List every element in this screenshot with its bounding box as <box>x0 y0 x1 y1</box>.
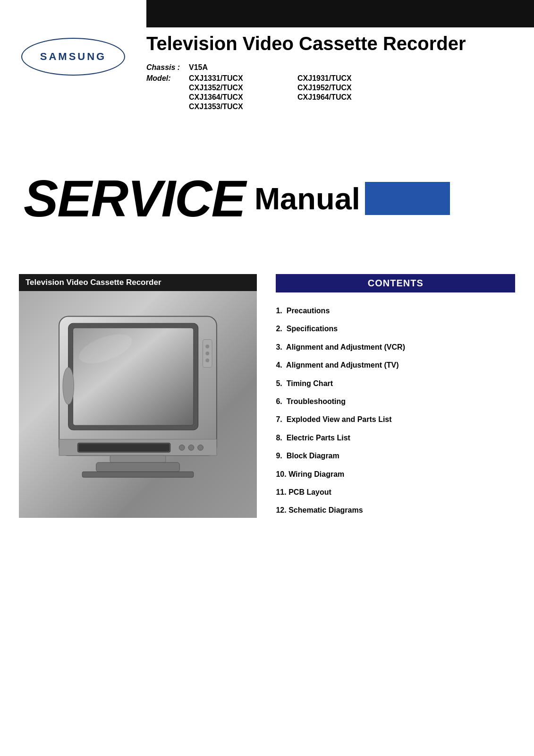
model-grid: CXJ1331/TUCX CXJ1931/TUCX CXJ1352/TUCX C… <box>189 74 401 111</box>
tv-section-header: Television Video Cassette Recorder <box>19 274 257 291</box>
model-cxj1352: CXJ1352/TUCX <box>189 84 293 92</box>
svg-point-16 <box>206 359 210 362</box>
model-cxj1364: CXJ1364/TUCX <box>189 93 293 102</box>
contents-item-5: 5. Timing Chart <box>276 375 515 393</box>
model-cxj1931: CXJ1931/TUCX <box>297 74 401 83</box>
bottom-content: Television Video Cassette Recorder <box>0 260 534 756</box>
model-cxj1353-empty <box>297 103 401 111</box>
contents-item-2: 2. Specifications <box>276 320 515 338</box>
svg-rect-11 <box>96 463 180 472</box>
svg-point-17 <box>63 367 74 404</box>
svg-point-9 <box>198 445 203 450</box>
tv-illustration <box>31 302 245 507</box>
svg-point-14 <box>206 344 210 348</box>
svg-point-8 <box>188 445 194 450</box>
main-title: Television Video Cassette Recorder <box>146 33 515 54</box>
contents-item-7: 7. Exploded View and Parts List <box>276 411 515 429</box>
svg-rect-6 <box>79 444 170 451</box>
model-cxj1353: CXJ1353/TUCX <box>189 103 293 111</box>
svg-rect-10 <box>110 455 166 463</box>
manual-text: Manual <box>254 183 360 214</box>
svg-point-15 <box>206 352 210 355</box>
manual-blue-bar <box>365 182 450 215</box>
contents-item-11: 11. PCB Layout <box>276 483 515 501</box>
model-row: Model: CXJ1331/TUCX CXJ1931/TUCX CXJ1352… <box>146 74 515 111</box>
chassis-info: Chassis : V15A <box>146 63 515 72</box>
contents-item-12: 12. Schematic Diagrams <box>276 501 515 519</box>
model-cxj1964: CXJ1964/TUCX <box>297 93 401 102</box>
svg-point-7 <box>179 445 185 450</box>
model-cxj1331: CXJ1331/TUCX <box>189 74 293 83</box>
contents-item-6: 6. Troubleshooting <box>276 393 515 411</box>
service-manual-section: SERVICE Manual <box>0 161 534 236</box>
samsung-logo: SAMSUNG <box>21 38 125 76</box>
service-text: SERVICE <box>24 172 245 224</box>
contents-item-8: 8. Electric Parts List <box>276 429 515 447</box>
left-column: Television Video Cassette Recorder <box>19 274 257 737</box>
contents-item-9: 9. Block Diagram <box>276 447 515 465</box>
contents-item-4: 4. Alignment and Adjustment (TV) <box>276 356 515 374</box>
samsung-logo-text: SAMSUNG <box>40 51 106 63</box>
contents-item-1: 1. Precautions <box>276 302 515 320</box>
top-black-bar <box>146 0 534 27</box>
tv-image-box <box>19 291 257 518</box>
title-section: Television Video Cassette Recorder Chass… <box>146 33 515 112</box>
model-label: Model: <box>146 74 184 111</box>
contents-list: 1. Precautions 2. Specifications 3. Alig… <box>276 302 515 520</box>
contents-item-10: 10. Wiring Diagram <box>276 465 515 483</box>
contents-header: CONTENTS <box>276 274 515 292</box>
model-cxj1952: CXJ1952/TUCX <box>297 84 401 92</box>
chassis-value: V15A <box>189 63 208 72</box>
chassis-label: Chassis : <box>146 63 184 72</box>
right-column: CONTENTS 1. Precautions 2. Specification… <box>257 274 515 737</box>
contents-item-3: 3. Alignment and Adjustment (VCR) <box>276 338 515 356</box>
svg-rect-2 <box>73 328 194 425</box>
svg-rect-12 <box>82 472 194 477</box>
